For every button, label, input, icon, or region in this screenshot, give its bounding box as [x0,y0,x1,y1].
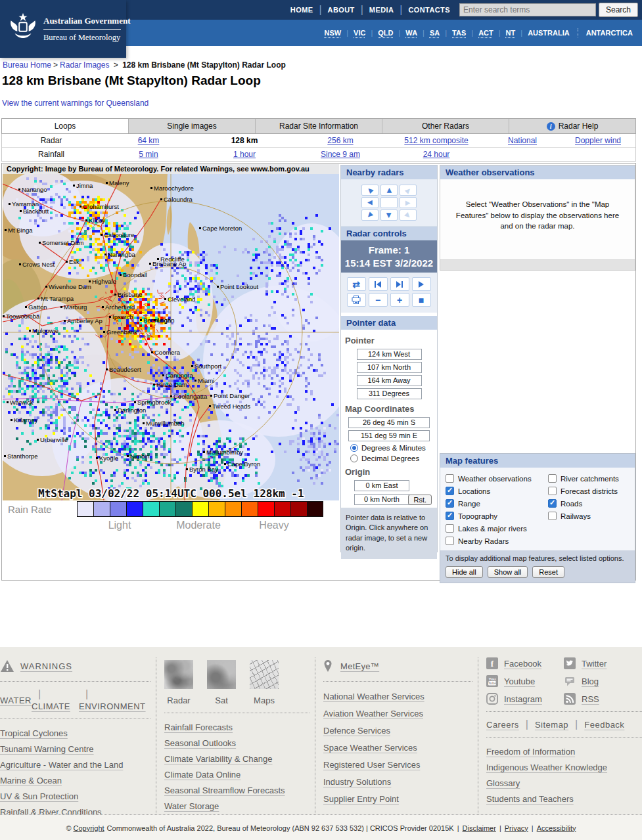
nearby-radar-arrow-button[interactable]: ▶ [380,210,398,221]
footer-link[interactable]: Climate Data Online [164,767,310,783]
rainfall-option[interactable]: 1 hour [196,150,292,159]
footer-meta-link[interactable]: Sitemap [535,720,568,730]
nearby-radar-arrow-button[interactable]: ▶ [361,197,378,208]
social-link[interactable]: Youtube [504,676,535,686]
product-thumb-image[interactable] [250,660,279,689]
nearby-radar-arrow-button[interactable]: ▶ [400,210,417,221]
footer-link[interactable]: Students and Teachers [486,791,642,807]
footer-topic-link[interactable]: CLIMATE [32,701,70,711]
map-feature-option[interactable]: Range [446,497,548,510]
map-feature-option[interactable]: River catchments [548,472,630,485]
nearby-radar-arrow-button[interactable]: ▶ [361,185,378,196]
footer-link[interactable]: Rainfall Forecasts [164,720,310,736]
nearby-radar-arrow-button[interactable]: ▶ [380,185,398,196]
checkbox[interactable] [446,474,454,483]
product-thumb[interactable]: Radar [164,660,193,706]
nearby-radar-arrow-button[interactable] [380,197,398,208]
legal-link[interactable]: Privacy [505,824,528,832]
state-nav-link[interactable]: SA [430,29,440,37]
current-warnings-link[interactable]: View the current warnings for Queensland [2,99,149,108]
footer-link[interactable]: Industry Solutions [323,774,472,791]
social-link-item[interactable]: RSS [564,693,642,705]
footer-link[interactable]: Climate Variability & Change [164,751,310,767]
footer-link[interactable]: Indigenous Weather Knowledge [486,760,642,776]
checkbox[interactable] [446,487,454,495]
social-link[interactable]: Twitter [582,659,607,669]
social-link-item[interactable]: Blog [564,675,642,687]
radio-button[interactable] [350,444,358,452]
nearby-radar-arrow-button[interactable]: ▶ [400,197,417,208]
footer-topic-link[interactable]: WATER [0,696,32,705]
checkbox[interactable] [446,499,454,508]
map-feature-option[interactable]: Railways [548,510,630,522]
social-link-item[interactable]: Instagram [486,693,564,705]
footer-link[interactable]: UV & Sun Protection [0,789,150,805]
tab[interactable]: Radar Site Information [256,119,382,133]
copyright-link[interactable]: Copyright [74,824,104,832]
product-thumb-image[interactable] [207,660,236,689]
map-feature-option[interactable]: Nearby Radars [446,535,548,547]
map-features-button[interactable]: Show all [488,566,528,578]
footer-meta-link[interactable]: Feedback [584,720,624,730]
tab[interactable]: Loops [2,119,129,133]
footer-link[interactable]: Glossary [486,776,642,791]
playback-button[interactable]: ■ [412,293,431,307]
state-nav-link[interactable]: ACT [478,29,493,37]
radar-map-image[interactable]: NanangoJimnaMalenyMaroochydoreCaloundraY… [3,164,339,500]
meteye-link[interactable]: MetEye™ [340,661,379,671]
checkbox[interactable] [548,474,557,483]
breadcrumb-link[interactable]: Radar Images [60,60,109,70]
playback-button[interactable] [369,277,388,291]
footer-link[interactable]: Seasonal Streamflow Forecasts [164,783,310,799]
map-feature-option[interactable]: Lakes & major rivers [446,522,548,535]
top-nav-link[interactable]: CONTACTS [408,6,450,14]
state-nav-link[interactable]: NSW [325,29,342,37]
product-thumb-image[interactable] [164,660,193,689]
playback-button[interactable]: − [369,293,388,307]
playback-button[interactable] [412,277,431,291]
map-feature-option[interactable]: Topography [446,510,548,522]
radar-map-area[interactable]: Copyright: Image by Bureau of Meteorolog… [3,164,339,500]
social-link[interactable]: Facebook [504,659,541,669]
checkbox[interactable] [548,512,557,520]
radar-range-option[interactable]: 256 km [292,136,388,145]
top-nav-link[interactable]: MEDIA [369,6,394,14]
checkbox[interactable] [446,512,454,520]
state-nav-link[interactable]: VIC [354,29,365,37]
footer-link[interactable]: Defence Services [323,722,472,740]
social-link-item[interactable]: f Facebook [486,657,564,669]
tab[interactable]: Single images [129,119,256,133]
rainfall-option[interactable]: Since 9 am [292,150,388,159]
map-feature-option[interactable]: Roads [548,497,630,510]
footer-link[interactable]: Water Storage [164,799,310,814]
map-features-button[interactable]: Hide all [446,566,483,578]
state-nav-link[interactable]: AUSTRALIA [528,29,570,37]
footer-warnings-link[interactable]: WARNINGS [20,661,72,671]
origin-reset-button[interactable]: Rst. [408,495,432,505]
tab[interactable]: Other Radars [382,119,509,133]
playback-button[interactable] [347,293,366,307]
bom-logo-block[interactable]: Australian Government Bureau of Meteorol… [0,0,126,58]
social-link-item[interactable]: Twitter [564,657,642,669]
footer-link[interactable]: National Weather Services [323,688,472,705]
footer-link[interactable]: Marine & Ocean [0,773,150,789]
product-thumb-label[interactable]: Maps [254,696,275,705]
checkbox[interactable] [446,524,454,533]
nearby-radar-arrow-button[interactable]: ▶ [400,185,417,196]
search-input[interactable] [459,3,596,16]
playback-button[interactable] [390,277,409,291]
rainfall-option[interactable]: 5 min [101,150,196,159]
product-thumb[interactable]: Sat [207,660,236,706]
radar-range-option[interactable]: 128 km [196,136,292,145]
breadcrumb-link[interactable]: Bureau Home [3,60,51,70]
footer-meta-link[interactable]: Careers [486,720,519,730]
product-thumb-label[interactable]: Radar [167,696,190,705]
map-feature-option[interactable]: Locations [446,485,548,497]
state-nav-link[interactable]: QLD [378,29,393,37]
state-nav-link[interactable]: ANTARCTICA [586,29,633,37]
radar-range-option[interactable]: Doppler wind [561,136,635,145]
footer-link[interactable]: Agriculture - Water and the Land [0,757,150,773]
social-link[interactable]: RSS [582,694,599,704]
footer-link[interactable]: Registered User Services [323,757,472,774]
top-nav-link[interactable]: ABOUT [328,6,355,14]
